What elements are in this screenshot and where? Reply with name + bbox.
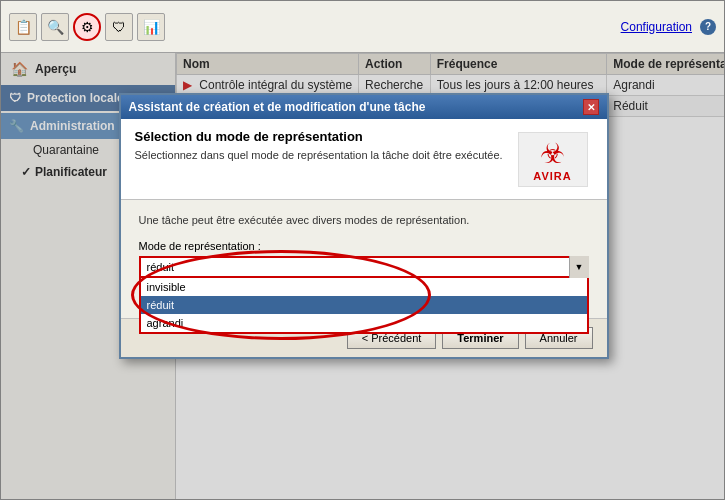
dialog-header-text: Sélection du mode de représentation Séle…	[135, 129, 513, 163]
dialog-info-text: Une tâche peut être exécutée avec divers…	[139, 214, 589, 226]
dialog-section-title: Sélection du mode de représentation	[135, 129, 513, 144]
toolbar-btn-1[interactable]: 📋	[9, 13, 37, 41]
dialog-header: Sélection du mode de représentation Séle…	[121, 119, 607, 200]
form-group-mode: Mode de représentation : invisible rédui…	[139, 240, 589, 278]
dropdown-option-reduit[interactable]: réduit	[141, 296, 587, 314]
dropdown-option-agrandi[interactable]: agrandi	[141, 314, 587, 332]
dropdown-option-invisible[interactable]: invisible	[141, 278, 587, 296]
dialog-section-desc: Sélectionnez dans quel mode de représent…	[135, 148, 513, 163]
avira-brand-text: AVIRA	[533, 170, 571, 182]
form-label-mode: Mode de représentation :	[139, 240, 589, 252]
toolbar-left: 📋 🔍 ⚙ 🛡 📊	[9, 13, 165, 41]
toolbar-btn-5[interactable]: 📊	[137, 13, 165, 41]
toolbar-right: Configuration ?	[621, 19, 716, 35]
toolbar: 📋 🔍 ⚙ 🛡 📊 Configuration ?	[1, 1, 724, 53]
content-area: 🏠 Aperçu 🛡 Protection locale 🔧 Administr…	[1, 53, 724, 499]
config-link[interactable]: Configuration	[621, 20, 692, 34]
dialog-title: Assistant de création et de modification…	[129, 100, 426, 114]
dialog-close-button[interactable]: ✕	[583, 99, 599, 115]
dialog-titlebar: Assistant de création et de modification…	[121, 95, 607, 119]
toolbar-btn-4[interactable]: 🛡	[105, 13, 133, 41]
help-icon[interactable]: ?	[700, 19, 716, 35]
toolbar-btn-3[interactable]: ⚙	[73, 13, 101, 41]
dropdown-list: invisible réduit agrandi	[139, 278, 589, 334]
avira-logo: ☣ AVIRA	[518, 132, 588, 187]
main-panel: libellules.ch Nom Action Fréquence Mode …	[176, 53, 724, 499]
modal-overlay: Assistant de création et de modification…	[1, 53, 724, 499]
select-wrapper: invisible réduit agrandi ▼	[139, 256, 589, 278]
dropdown-container: invisible réduit agrandi ▼ invisible	[139, 256, 589, 278]
dialog: Assistant de création et de modification…	[119, 93, 609, 359]
dialog-body: Une tâche peut être exécutée avec divers…	[121, 200, 607, 318]
avira-icon: ☣	[540, 137, 565, 170]
mode-select[interactable]: invisible réduit agrandi	[139, 256, 589, 278]
dialog-logo: ☣ AVIRA	[513, 129, 593, 189]
toolbar-btn-2[interactable]: 🔍	[41, 13, 69, 41]
app-window: 📋 🔍 ⚙ 🛡 📊 Configuration ? 🏠 Aperçu 🛡 Pro…	[0, 0, 725, 500]
